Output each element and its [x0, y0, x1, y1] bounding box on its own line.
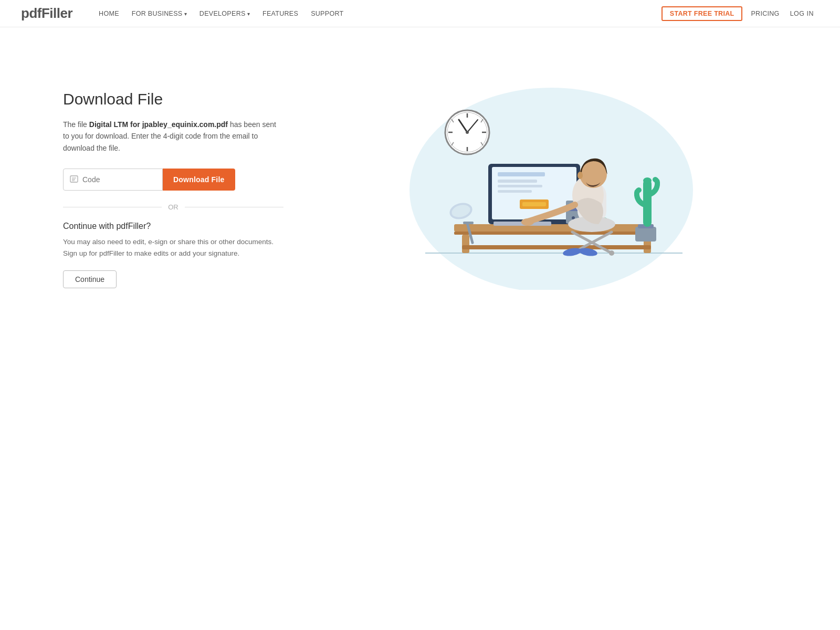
svg-rect-20	[522, 202, 546, 206]
code-icon	[70, 175, 78, 185]
svg-rect-7	[454, 232, 654, 235]
svg-rect-8	[462, 235, 469, 253]
nav-features[interactable]: FEATURES	[257, 7, 303, 20]
logo[interactable]: pdfFiller	[21, 5, 72, 22]
svg-point-39	[578, 172, 583, 179]
svg-point-36	[609, 250, 614, 256]
file-name: Digital LTM for jpabley_equinix.com.pdf	[89, 120, 228, 129]
description: The file Digital LTM for jpabley_equinix…	[63, 119, 284, 154]
nav-support[interactable]: SUPPORT	[306, 7, 349, 20]
description-prefix: The file	[63, 120, 89, 129]
nav-login[interactable]: LOG IN	[785, 7, 819, 20]
code-input-wrapper	[63, 169, 163, 191]
svg-rect-18	[498, 190, 532, 193]
svg-rect-15	[498, 172, 545, 176]
continue-button[interactable]: Continue	[63, 270, 117, 288]
svg-rect-10	[462, 245, 651, 249]
right-illustration	[284, 69, 798, 290]
logo-text: pdfFiller	[21, 5, 72, 21]
left-panel: Download File The file Digital LTM for j…	[63, 69, 284, 288]
nav-developers[interactable]: DEVELOPERS	[194, 7, 255, 20]
svg-rect-25	[463, 222, 474, 224]
code-input[interactable]	[82, 175, 156, 184]
main-content: Download File The file Digital LTM for j…	[0, 27, 840, 630]
svg-rect-41	[635, 227, 656, 242]
navbar: pdfFiller HOME FOR BUSINESS DEVELOPERS F…	[0, 0, 840, 27]
nav-pricing[interactable]: PRICING	[746, 7, 784, 20]
page-title: Download File	[63, 90, 284, 108]
input-row: Download File	[63, 169, 284, 191]
or-divider: OR	[63, 203, 284, 211]
nav-links: HOME FOR BUSINESS DEVELOPERS FEATURES SU…	[93, 7, 658, 20]
nav-home[interactable]: HOME	[93, 7, 124, 20]
svg-rect-17	[498, 185, 542, 187]
svg-point-40	[521, 218, 534, 226]
continue-title: Continue with pdfFiller?	[63, 222, 284, 231]
illustration	[373, 69, 709, 290]
svg-rect-6	[454, 224, 654, 232]
nav-for-business[interactable]: FOR BUSINESS	[127, 7, 192, 20]
start-free-trial-button[interactable]: START FREE TRIAL	[662, 6, 743, 21]
or-label: OR	[168, 203, 178, 211]
svg-point-57	[466, 131, 469, 134]
svg-point-44	[643, 177, 652, 184]
svg-rect-16	[498, 180, 537, 183]
download-file-button[interactable]: Download File	[163, 169, 235, 191]
continue-description: You may also need to edit, e-sign or sha…	[63, 236, 284, 259]
